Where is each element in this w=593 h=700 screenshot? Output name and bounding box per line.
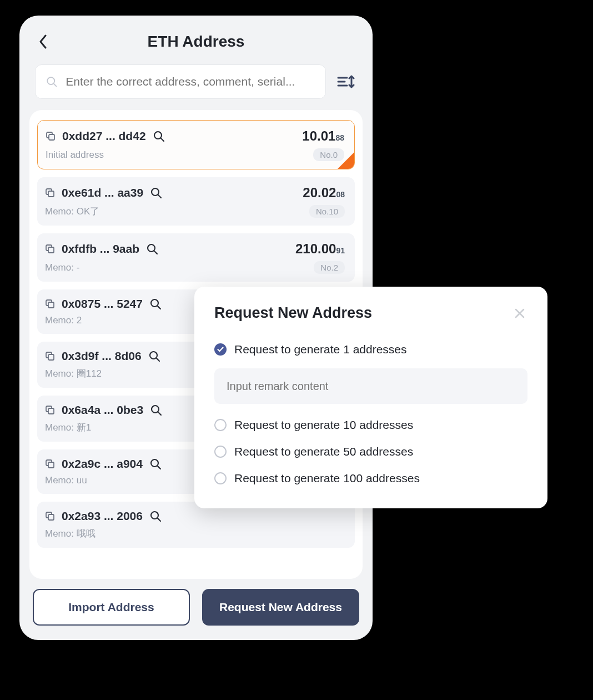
address-text: 0x2a9c ... a904 xyxy=(62,457,143,471)
copy-icon[interactable] xyxy=(46,131,56,141)
modal-close-button[interactable] xyxy=(512,306,527,321)
address-text: 0xfdfb ... 9aab xyxy=(62,242,139,256)
page-title: ETH Address xyxy=(148,33,245,51)
svg-rect-20 xyxy=(48,462,54,468)
svg-point-12 xyxy=(151,299,158,307)
svg-point-21 xyxy=(151,459,158,467)
generate-option[interactable]: Request to generate 1 addresses xyxy=(214,336,527,363)
address-item[interactable]: 0xe61d ... aa3920.0208Memo: OK了No.10 xyxy=(37,177,355,226)
magnify-icon[interactable] xyxy=(148,350,160,362)
footer: Import Address Request New Address xyxy=(19,579,373,640)
import-address-button[interactable]: Import Address xyxy=(33,589,190,626)
remark-input[interactable] xyxy=(227,380,515,393)
address-memo: Memo: uu xyxy=(45,475,87,486)
generate-option[interactable]: Request to generate 10 addresses xyxy=(214,412,527,438)
address-memo: Memo: 圈112 xyxy=(45,367,102,380)
option-label: Request to generate 1 addresses xyxy=(234,343,407,356)
svg-point-18 xyxy=(152,406,159,413)
header: ETH Address xyxy=(19,27,373,57)
option-label: Request to generate 10 addresses xyxy=(234,418,413,432)
address-memo: Initial address xyxy=(46,149,104,161)
svg-point-15 xyxy=(150,352,157,359)
copy-icon[interactable] xyxy=(45,405,55,415)
modal-title: Request New Address xyxy=(214,304,372,322)
magnify-icon[interactable] xyxy=(150,187,162,199)
address-text: 0x6a4a ... 0be3 xyxy=(62,403,143,417)
radio-checked-icon xyxy=(214,343,227,356)
radio-unchecked-icon xyxy=(214,419,227,431)
copy-icon[interactable] xyxy=(45,459,55,469)
radio-unchecked-icon xyxy=(214,472,227,484)
address-serial-badge: No.2 xyxy=(314,261,345,274)
address-text: 0x3d9f ... 8d06 xyxy=(62,349,142,363)
sort-button[interactable] xyxy=(335,71,357,93)
search-input[interactable] xyxy=(66,75,315,88)
address-item[interactable]: 0xfdfb ... 9aab210.0091Memo: -No.2 xyxy=(37,233,355,282)
address-memo: Memo: 2 xyxy=(45,315,82,326)
svg-rect-11 xyxy=(48,302,54,308)
magnify-icon[interactable] xyxy=(146,243,158,255)
address-text: 0x0875 ... 5247 xyxy=(62,297,143,311)
address-text: 0xe61d ... aa39 xyxy=(62,186,143,199)
svg-point-6 xyxy=(152,188,159,196)
copy-icon[interactable] xyxy=(45,351,55,361)
option-label: Request to generate 50 addresses xyxy=(234,445,413,458)
copy-icon[interactable] xyxy=(45,299,55,309)
generate-option[interactable]: Request to generate 100 addresses xyxy=(214,465,527,492)
svg-point-24 xyxy=(151,512,158,519)
chevron-left-icon xyxy=(39,34,48,49)
address-item[interactable]: 0x2a93 ... 2006Memo: 哦哦 xyxy=(37,502,355,548)
address-amount: 10.0188 xyxy=(302,128,344,144)
request-new-address-modal: Request New Address Request to generate … xyxy=(194,287,547,508)
address-amount: 210.0091 xyxy=(295,241,345,257)
request-new-address-button[interactable]: Request New Address xyxy=(202,589,359,626)
option-label: Request to generate 100 addresses xyxy=(234,472,420,485)
close-icon xyxy=(515,308,525,318)
address-text: 0x2a93 ... 2006 xyxy=(62,509,143,523)
selected-corner-icon xyxy=(337,152,355,169)
svg-rect-17 xyxy=(48,408,54,414)
svg-rect-8 xyxy=(48,247,54,253)
generate-option[interactable]: Request to generate 50 addresses xyxy=(214,438,527,465)
svg-point-3 xyxy=(154,132,162,139)
address-memo: Memo: 哦哦 xyxy=(45,527,96,540)
address-item[interactable]: 0xdd27 ... dd4210.0188Initial addressNo.… xyxy=(37,120,355,169)
back-button[interactable] xyxy=(35,33,52,50)
address-serial-badge: No.10 xyxy=(309,205,345,218)
magnify-icon[interactable] xyxy=(149,510,162,522)
address-amount: 20.0208 xyxy=(303,185,345,201)
magnify-icon[interactable] xyxy=(149,298,162,310)
modal-header: Request New Address xyxy=(214,304,527,322)
svg-rect-5 xyxy=(48,191,54,197)
svg-rect-2 xyxy=(49,134,54,140)
address-memo: Memo: 新1 xyxy=(45,421,91,434)
magnify-icon[interactable] xyxy=(149,458,162,470)
svg-point-9 xyxy=(148,244,155,252)
search-row xyxy=(19,57,373,99)
svg-rect-23 xyxy=(48,514,54,520)
svg-rect-14 xyxy=(48,354,54,360)
magnify-icon[interactable] xyxy=(153,130,165,142)
copy-icon[interactable] xyxy=(45,511,55,521)
magnify-icon[interactable] xyxy=(150,404,162,416)
radio-unchecked-icon xyxy=(214,446,227,458)
sort-icon xyxy=(337,74,355,89)
copy-icon[interactable] xyxy=(45,244,55,254)
search-box[interactable] xyxy=(35,64,326,99)
modal-options: Request to generate 1 addressesRequest t… xyxy=(214,336,527,492)
address-memo: Memo: - xyxy=(45,262,79,273)
address-memo: Memo: OK了 xyxy=(45,205,99,218)
address-text: 0xdd27 ... dd42 xyxy=(62,129,146,143)
remark-input-wrapper[interactable] xyxy=(214,368,527,404)
search-icon xyxy=(46,75,58,88)
copy-icon[interactable] xyxy=(45,188,55,198)
